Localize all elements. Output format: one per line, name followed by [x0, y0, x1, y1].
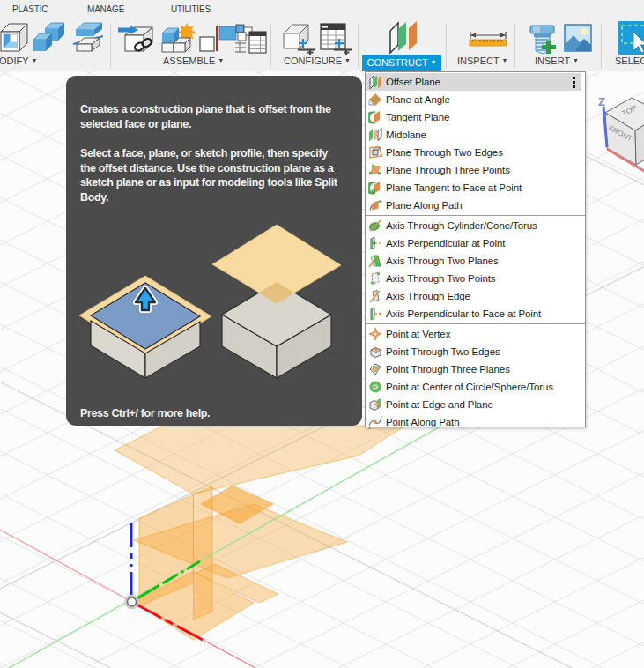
svg-text:Z: Z [598, 95, 605, 108]
